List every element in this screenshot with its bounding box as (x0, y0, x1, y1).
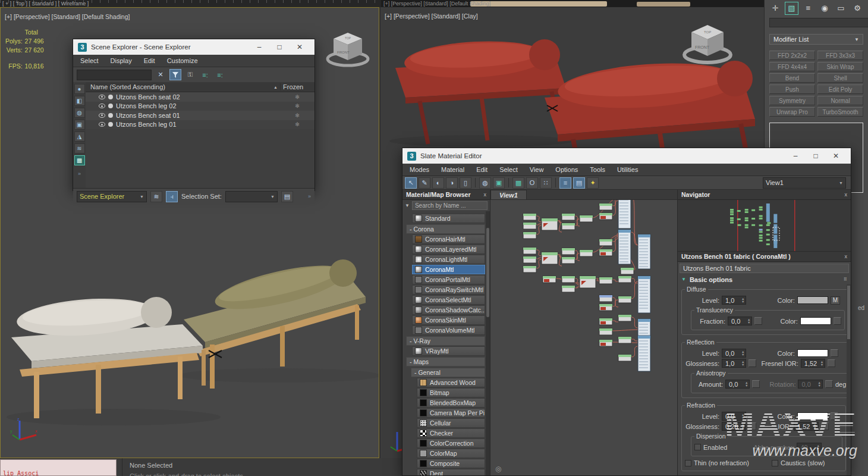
slate-tool-icon[interactable]: ▯ (460, 177, 471, 189)
table-row[interactable]: Utzons Bench leg 01✻ (86, 120, 315, 130)
reflection-glossiness-spinner[interactable]: 1,0▲▼ (722, 359, 746, 368)
reflection-level-spinner[interactable]: 0,0▲▼ (722, 349, 746, 358)
browser-item[interactable]: VRayMtl (412, 346, 485, 356)
filter-icon[interactable]: ▣ (74, 120, 85, 130)
menu-select[interactable]: Select (499, 166, 518, 173)
material-params-header[interactable]: Utzons Bench 01 fabric ( CoronaMtl ) x (678, 252, 851, 262)
filter-icon[interactable]: ◮ (74, 131, 85, 142)
browser-item[interactable]: Bitmap (417, 388, 485, 397)
browser-item[interactable]: Cellular (417, 418, 485, 428)
browser-item[interactable]: CoronaLightMtl (412, 255, 485, 264)
expand-tree-icon[interactable]: ≡: (199, 69, 211, 80)
modifier-button[interactable]: FFD 3x3x3 (817, 51, 863, 60)
browser-item[interactable]: ColorMap (417, 449, 485, 458)
translucency-map-button[interactable] (754, 317, 762, 325)
browser-group-header[interactable]: - V-Ray (406, 336, 485, 346)
frozen-icon[interactable]: ✻ (280, 121, 315, 127)
layers-icon[interactable]: ≋ (150, 191, 162, 202)
modifier-button[interactable]: FFD 4x4x4 (769, 62, 815, 71)
maximize-button[interactable]: □ (806, 149, 826, 163)
browser-item[interactable]: CoronaShadowCatc.. (412, 305, 485, 315)
slate-tool-icon[interactable]: ↖ (405, 177, 417, 189)
create-tab[interactable]: ✛ (768, 2, 782, 15)
render-dot-icon[interactable] (108, 113, 113, 118)
browser-item[interactable]: BlendedBoxMap (417, 398, 485, 408)
browser-scrollbar[interactable] (486, 211, 490, 475)
refraction-glossiness-spinner[interactable]: 0,26▲▼ (722, 422, 746, 431)
modifier-button[interactable]: Unwrap Pro (769, 107, 815, 117)
anisotropy-amount-map-button[interactable] (752, 380, 760, 388)
navigator-header[interactable]: Navigator x (678, 190, 851, 200)
filter-icon[interactable]: ◧ (74, 96, 85, 106)
slate-titlebar[interactable]: 3 Slate Material Editor – □ ✕ (402, 148, 851, 164)
browser-group-header[interactable]: - General (411, 368, 485, 377)
modifier-button[interactable]: TurboSmooth (817, 107, 863, 117)
reflection-glossiness-map-button[interactable] (749, 359, 756, 367)
edit-selection-set-icon[interactable]: ▤ (281, 191, 293, 202)
overflow-chevrons[interactable]: » (308, 193, 311, 199)
browser-item[interactable]: Standard (412, 214, 485, 223)
browser-item[interactable]: CoronaVolumeMtl (412, 325, 485, 335)
hierarchy-tab[interactable]: ≡ (801, 2, 815, 15)
browser-item[interactable]: CoronaHairMtl (412, 234, 485, 244)
visibility-eye-icon[interactable] (99, 104, 105, 108)
slate-tool-icon[interactable]: ▩ (512, 177, 524, 189)
filter-icon[interactable]: ● (74, 84, 85, 94)
sort-ascending-icon[interactable]: ▲ (273, 85, 280, 89)
reflection-color-map-button[interactable] (831, 349, 838, 357)
strip-viewport-label[interactable]: [+] [Perspective] [Standard] [Default Sh… (383, 1, 490, 7)
search-input[interactable] (77, 70, 152, 80)
fresnel-ior-map-button[interactable] (828, 359, 835, 367)
search-by-name-input[interactable]: Search by Name ... (412, 201, 488, 210)
motion-tab[interactable]: ◉ (817, 2, 832, 15)
anisotropy-amount-spinner[interactable]: 0,0▲▼ (725, 380, 750, 389)
refraction-level-spinner[interactable]: 0,0▲▼ (722, 412, 746, 421)
reflection-color-swatch[interactable] (797, 349, 828, 357)
browser-item[interactable]: CoronaRaySwitchMtl (412, 285, 485, 295)
refraction-color-map-button[interactable] (831, 412, 838, 420)
close-icon[interactable]: x (845, 253, 848, 259)
params-scrollbar[interactable] (847, 284, 851, 475)
lock-icon[interactable]: ⚿ (184, 69, 196, 80)
hierarchy-mode-icon[interactable]: ⫞ (166, 191, 178, 202)
slate-tool-icon[interactable]: ▤ (573, 177, 585, 189)
browser-item[interactable]: CoronaLayeredMtl (412, 245, 485, 254)
refraction-ior-map-button[interactable] (821, 422, 829, 430)
slate-tool-icon[interactable]: ≡ (559, 177, 571, 189)
filter-icon[interactable]: ≋ (74, 143, 85, 154)
diffuse-map-button[interactable]: M (831, 296, 840, 305)
visibility-eye-icon[interactable] (99, 122, 105, 127)
table-row[interactable]: Utzons Bench seat 02✻ (86, 92, 315, 102)
render-dot-icon[interactable] (108, 104, 113, 108)
object-name[interactable]: Utzons Bench seat 01 (116, 112, 180, 119)
slate-tool-icon[interactable]: ∷ (540, 177, 552, 189)
menu-select[interactable]: Select (80, 57, 99, 64)
modifier-button[interactable]: Normal (817, 96, 863, 105)
object-name[interactable]: Utzons Bench leg 02 (116, 102, 177, 109)
slate-tool-icon[interactable]: ▣ (493, 177, 505, 189)
node-canvas[interactable]: ◎ (490, 200, 677, 475)
filter-icon-selected[interactable]: ▩ (74, 155, 85, 165)
diffuse-color-swatch[interactable] (797, 296, 828, 304)
modifier-button[interactable]: Skin Wrap (817, 62, 863, 71)
top-viewport-label[interactable]: [ + ] [ Top ] [ Standard ] [ Wireframe ] (2, 1, 89, 7)
collapse-tree-icon[interactable]: ≡: (214, 69, 226, 80)
abbe-number-spinner[interactable]: 40▲▼ (797, 443, 821, 452)
slate-tool-icon[interactable]: ✦ (587, 177, 599, 189)
basic-options-rollout[interactable]: ▼ Basic options ⠿ (678, 274, 851, 284)
menu-edit[interactable]: Edit (476, 166, 488, 173)
object-name-field[interactable] (769, 18, 868, 27)
modifier-button[interactable]: Edit Poly (817, 84, 863, 94)
browser-item[interactable]: Checker (417, 428, 485, 438)
object-name[interactable]: Utzons Bench leg 01 (116, 121, 177, 128)
browser-item[interactable]: CoronaMtl (412, 265, 485, 274)
visibility-eye-icon[interactable] (99, 95, 105, 99)
menu-tools[interactable]: Tools (590, 166, 605, 173)
filter-icon[interactable]: ◍ (74, 108, 85, 118)
menu-material[interactable]: Material (441, 166, 464, 173)
modifier-button[interactable]: Push (769, 84, 815, 94)
render-dot-icon[interactable] (108, 95, 113, 99)
modifier-button[interactable]: Bend (769, 73, 815, 83)
maximize-button[interactable]: □ (269, 40, 290, 54)
refraction-ior-spinner[interactable]: 1,52▲▼ (794, 422, 818, 431)
